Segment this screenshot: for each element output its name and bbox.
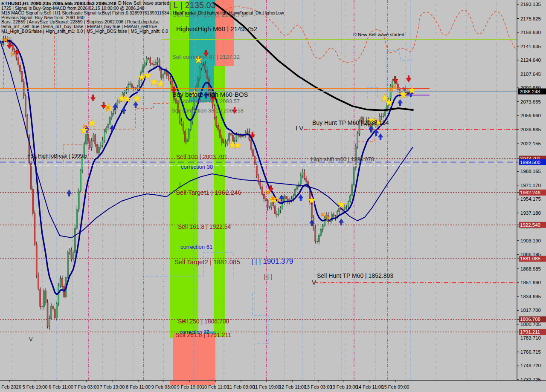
bull-candle	[163, 74, 164, 78]
bull-candle	[293, 196, 294, 199]
bear-candle	[225, 142, 226, 144]
signal-star-marker[interactable]: ★	[398, 89, 408, 101]
price-level-badge-label: 1999.500	[520, 160, 540, 165]
chart-annotation[interactable]: Sell 261.8 | 1791.211	[175, 331, 231, 338]
price-tick-label: 1749.720	[520, 363, 541, 368]
chart-annotation[interactable]: D New Sell wave started	[353, 32, 404, 37]
bull-candle	[51, 306, 52, 318]
chart-annotation[interactable]: correction 38	[181, 164, 213, 170]
price-tick-label: 1834.695	[520, 294, 541, 299]
bear-candle	[263, 194, 264, 199]
bear-candle	[221, 138, 223, 142]
chart-annotation[interactable]: Sell 161.8 | 1922.54	[178, 223, 231, 230]
bear-candle	[205, 64, 206, 70]
bull-candle	[67, 252, 68, 277]
x-cross-marker[interactable]: ✖	[3, 37, 8, 43]
x-cross-marker[interactable]: ✖	[392, 83, 397, 90]
signal-star-marker[interactable]: ★	[384, 96, 394, 108]
bull-candle	[128, 85, 129, 90]
bull-candle	[157, 60, 158, 63]
bear-candle	[185, 131, 186, 142]
bear-candle	[206, 70, 208, 79]
signal-star-marker[interactable]: ★	[307, 194, 317, 206]
x-cross-marker[interactable]: ✖	[10, 51, 15, 58]
bull-candle	[155, 63, 157, 65]
price-tick-label: 1868.685	[520, 266, 541, 271]
chart-annotation[interactable]: HighestHigh M60 | 2149.752	[176, 25, 257, 32]
salmon-zone-bottom-band[interactable]	[173, 334, 215, 385]
chart-annotation[interactable]: FSL HighToBreak | 1999.5	[27, 153, 87, 159]
x-cross-marker[interactable]: ✖	[82, 123, 87, 130]
chart-annotation[interactable]: Sell correction 61 | 2093.57	[172, 98, 240, 104]
signal-star-marker[interactable]: ★	[132, 92, 142, 104]
bear-candle	[47, 303, 48, 327]
time-tick-label: 12 Feb 11:00	[279, 384, 306, 389]
chart-annotation[interactable]: Sell correction 38.2 | 2062.58	[171, 107, 244, 114]
bull-candle	[357, 134, 358, 147]
price-level-badge-label: 1806.708	[520, 317, 540, 322]
price-level-badge-label: 1791.211	[520, 329, 540, 334]
bull-candle	[353, 167, 354, 184]
chart-annotation[interactable]: D New Sell wave started	[118, 0, 169, 6]
bull-candle	[197, 79, 199, 86]
price-tick-label: 1817.700	[520, 308, 541, 313]
bull-candle	[76, 209, 78, 228]
bull-candle	[350, 196, 351, 202]
bull-candle	[102, 140, 103, 145]
chart-annotation[interactable]: correction 61	[180, 244, 212, 250]
time-tick-label: 8 Feb 11:00	[126, 384, 151, 389]
chart-annotation[interactable]: Sell Entry -23.6 | 2174.737	[172, 11, 248, 18]
bear-candle	[260, 182, 261, 187]
chart-annotation[interactable]: | L | 2135.03	[169, 0, 216, 10]
bull-candle	[295, 189, 296, 196]
bear-candle	[153, 64, 154, 65]
x-cross-marker[interactable]: ✖	[276, 197, 281, 204]
chart-annotation[interactable]: Sell 250 | 1806.708	[178, 318, 229, 325]
x-cross-marker[interactable]: ✖	[270, 195, 276, 202]
chart-annotation[interactable]: V	[29, 336, 33, 343]
chart-annotation[interactable]: Sell Target1 | 1962.246	[176, 189, 241, 196]
bear-candle	[20, 65, 21, 71]
chart-annotation[interactable]: | | |	[264, 273, 272, 280]
mt4-chart-window: ★★★★★★★★★★★★★★★★★★★★★★★✖✖✖✖✖✖✖✖✖✖✖D New …	[0, 0, 546, 392]
chart-annotation[interactable]: Sell Hunt TP M60 | 1852.893	[317, 272, 393, 279]
bull-candle	[190, 121, 191, 129]
chart-annotation[interactable]: V	[312, 279, 316, 286]
time-tick-label: 9 Feb 03:00	[151, 384, 177, 389]
x-cross-marker[interactable]: ✖	[320, 211, 325, 218]
chart-annotation[interactable]: Buy before High M60-BOS	[172, 91, 248, 98]
chart-annotation[interactable]: High shift m60 | 1995.078	[311, 156, 374, 162]
bear-candle	[95, 135, 96, 144]
signal-star-marker[interactable]: ★	[156, 78, 165, 90]
green-zone-c-band[interactable]	[214, 66, 225, 337]
signal-star-marker[interactable]: ★	[337, 199, 346, 210]
bull-candle	[269, 207, 270, 208]
bear-candle	[151, 63, 153, 64]
chart-annotation[interactable]: Sell 100 | 2003.701	[176, 153, 228, 160]
bull-candle	[43, 291, 44, 307]
x-cross-marker[interactable]: ✖	[325, 215, 331, 222]
chart-annotation[interactable]: |	[179, 181, 180, 187]
signal-star-marker[interactable]: ★	[407, 84, 417, 96]
bear-candle	[168, 76, 169, 79]
bull-candle	[56, 303, 58, 317]
chart-annotation[interactable]: Buy Hunt TP M60 | 2038.154	[312, 119, 389, 126]
chart-annotation[interactable]: Sell Target2 | 1881.085	[174, 258, 240, 265]
x-cross-marker[interactable]: ✖	[265, 189, 270, 196]
signal-star-marker[interactable]: ★	[87, 117, 97, 129]
bull-candle	[49, 319, 50, 327]
bull-candle	[146, 58, 147, 63]
bear-candle	[170, 79, 171, 81]
x-cross-marker[interactable]: ✖	[105, 104, 110, 111]
chart-annotation[interactable]: I V	[296, 124, 303, 132]
bull-candle	[318, 235, 319, 242]
signal-star-marker[interactable]: ★	[122, 93, 132, 105]
price-tick-label: 2056.660	[520, 113, 541, 118]
bear-candle	[41, 306, 43, 307]
chart-annotation[interactable]: Sell correction 87 | 2127.32	[172, 54, 240, 60]
signal-star-marker[interactable]: ★	[233, 139, 242, 151]
price-chart[interactable]: ★★★★★★★★★★★★★★★★★★★★★★★✖✖✖✖✖✖✖✖✖✖✖D New …	[0, 0, 546, 392]
bull-candle	[93, 135, 94, 141]
chart-annotation[interactable]: | | | 1901.379	[251, 257, 293, 265]
price-tick-label: 1971.170	[520, 183, 541, 188]
